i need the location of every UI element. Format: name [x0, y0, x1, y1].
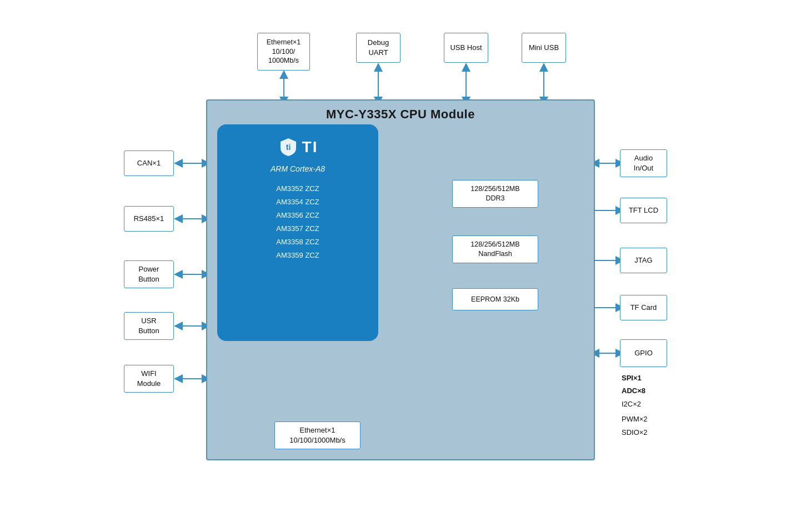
rs485-box: RS485×1	[124, 206, 174, 232]
ethernet-top-box: Ethernet×110/100/1000Mb/s	[257, 33, 310, 71]
can-label: CAN×1	[137, 158, 161, 168]
ethernet-bottom-label: Ethernet×110/100/1000Mb/s	[289, 425, 345, 445]
eeprom-label: EEPROM 32Kb	[471, 295, 519, 304]
cpu-module-title: MYC-Y335X CPU Module	[207, 101, 594, 122]
usb-host-label: USB Host	[450, 43, 482, 53]
can-box: CAN×1	[124, 150, 174, 176]
ti-shield-icon: ti	[278, 137, 299, 158]
audio-box: AudioIn/Out	[620, 149, 667, 177]
ti-models: AM3352 ZCZ AM3354 ZCZ AM3356 ZCZ AM3357 …	[217, 182, 378, 262]
power-button-label: PowerButton	[138, 264, 159, 284]
ti-wordmark: TI	[302, 138, 318, 156]
tf-card-box: TF Card	[620, 295, 667, 320]
gpio-adc: ADC×8	[622, 384, 648, 397]
svg-text:ti: ti	[286, 143, 291, 152]
ti-subtitle: ARM Cortex-A8	[217, 164, 378, 173]
tft-lcd-box: TFT LCD	[620, 198, 667, 223]
gpio-label: GPIO	[634, 348, 653, 358]
rs485-label: RS485×1	[134, 214, 164, 224]
ti-model-3: AM3356 ZCZ	[217, 209, 378, 222]
ddr3-box: 128/256/512MBDDR3	[452, 180, 538, 208]
gpio-sdio: SDIO×2	[622, 426, 648, 439]
audio-label: AudioIn/Out	[634, 153, 653, 173]
jtag-label: JTAG	[634, 255, 652, 265]
gpio-spi: SPI×1	[622, 372, 648, 384]
ti-model-1: AM3352 ZCZ	[217, 182, 378, 195]
usr-button-label: USRButton	[138, 316, 159, 335]
mini-usb-label: Mini USB	[529, 43, 559, 53]
gpio-pwm: PWM×2	[622, 413, 648, 425]
debug-uart-label: DebugUART	[368, 38, 389, 57]
jtag-box: JTAG	[620, 248, 667, 273]
ddr3-label: 128/256/512MBDDR3	[470, 184, 519, 203]
ethernet-top-label: Ethernet×110/100/1000Mb/s	[267, 38, 301, 66]
tft-lcd-label: TFT LCD	[629, 205, 658, 215]
gpio-box: GPIO	[620, 339, 667, 367]
power-button-box: PowerButton	[124, 260, 174, 288]
ti-model-6: AM3359 ZCZ	[217, 249, 378, 262]
ti-model-5: AM3358 ZCZ	[217, 235, 378, 249]
usb-host-box: USB Host	[444, 33, 488, 63]
eeprom-box: EEPROM 32Kb	[452, 288, 538, 310]
diagram-container: MYC-Y335X CPU Module ti TI ARM Cortex-A8…	[95, 22, 706, 510]
mini-usb-box: Mini USB	[522, 33, 566, 63]
wifi-module-box: WIFIModule	[124, 365, 174, 393]
nandflash-label: 128/256/512MBNandFlash	[470, 240, 519, 259]
gpio-i2c: I2C×2	[622, 398, 648, 410]
wifi-module-label: WIFIModule	[137, 369, 161, 388]
gpio-sub-list: SPI×1 ADC×8 I2C×2 PWM×2 SDIO×2	[622, 372, 648, 439]
ti-model-4: AM3357 ZCZ	[217, 222, 378, 235]
ti-chip: ti TI ARM Cortex-A8 AM3352 ZCZ AM3354 ZC…	[217, 124, 378, 341]
ethernet-bottom-box: Ethernet×110/100/1000Mb/s	[274, 421, 361, 449]
tf-card-label: TF Card	[630, 303, 657, 313]
ti-model-2: AM3354 ZCZ	[217, 195, 378, 209]
usr-button-box: USRButton	[124, 312, 174, 340]
nandflash-box: 128/256/512MBNandFlash	[452, 235, 538, 263]
debug-uart-box: DebugUART	[356, 33, 400, 63]
ti-logo: ti TI	[217, 124, 378, 164]
